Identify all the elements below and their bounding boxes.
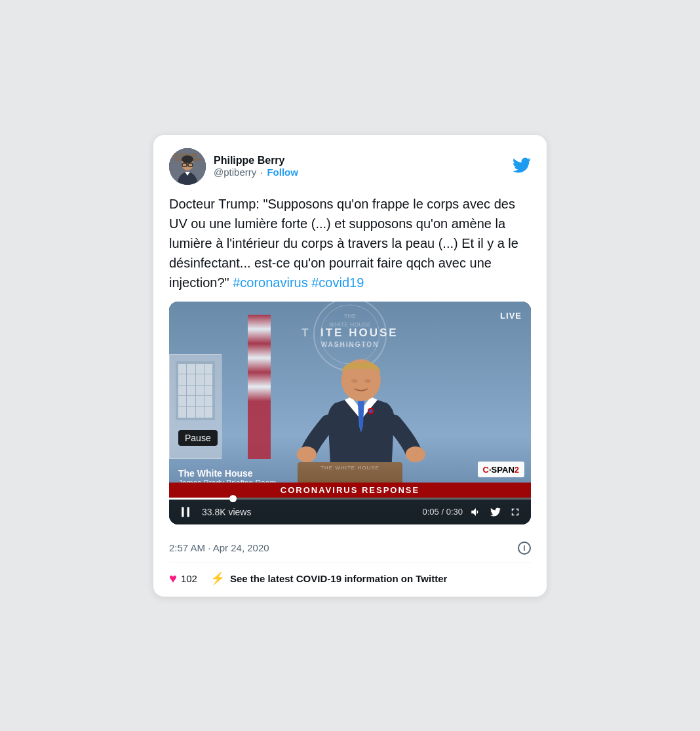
fullscreen-icon[interactable] [509,505,522,519]
hashtag-coronavirus[interactable]: #coronavirus [233,275,308,290]
date: Apr 24, 2020 [213,542,269,553]
lightning-icon: ⚡ [210,571,225,585]
flag-left [248,315,271,459]
twitter-logo-icon [513,156,531,177]
tweet-header-left: Philippe Berry @ptiberry · Follow [169,148,298,185]
tweet-card: Philippe Berry @ptiberry · Follow Docteu… [153,135,547,597]
current-time: 0:05 [423,507,439,517]
corona-banner: Coronavirus Response [169,483,531,498]
covid-info-section[interactable]: ⚡ See the latest COVID-19 information on… [210,571,447,585]
svg-rect-26 [187,507,189,517]
svg-point-24 [369,409,373,413]
twitter-share-icon[interactable] [489,505,502,519]
svg-point-20 [364,379,371,383]
total-time: 0:30 [446,507,463,517]
video-controls: Coronavirus Response 33.8 [169,483,531,524]
hashtag-covid19[interactable]: #covid19 [311,275,364,290]
controls-row: 33.8K views 0:05 / 0:30 [169,500,531,524]
covid-info-label: See the latest COVID-19 information on T… [230,573,447,584]
lower-third-title: The White House [178,468,276,479]
tweet-timestamp: 2:57 AM · Apr 24, 2020 i [169,534,531,563]
play-pause-button[interactable] [178,505,193,519]
svg-rect-7 [193,158,201,161]
ts-sep: · [208,542,210,553]
time: 2:57 AM [169,542,205,553]
progress-bar-fill [169,498,229,500]
tweet-footer: ♥ 102 ⚡ See the latest COVID-19 informat… [169,563,531,597]
username: @ptiberry [214,167,256,178]
progress-dot [229,495,237,502]
tweet-body: Docteur Trump: "Supposons qu'on frappe l… [169,194,531,292]
volume-icon[interactable] [469,505,482,519]
cspan-logo: C·SPAN2 [478,462,524,477]
svg-point-22 [406,446,425,462]
follow-button[interactable]: Follow [267,167,298,178]
user-info: Philippe Berry @ptiberry · Follow [214,155,298,178]
avatar[interactable] [169,148,206,185]
cspan-text: C·SPAN2 [483,465,519,475]
like-section: ♥ 102 [169,571,197,586]
progress-bar[interactable] [169,498,531,500]
video-frame: THE WHITE HOUSE WASHINGTON THITE HOUSE W… [169,302,531,524]
info-icon[interactable]: i [518,542,531,555]
svg-point-21 [297,446,317,462]
pause-label: Pause [178,430,218,446]
heart-icon[interactable]: ♥ [169,571,177,586]
dot-separator: · [260,167,263,178]
tweet-header: Philippe Berry @ptiberry · Follow [169,148,531,185]
views-count: 33.8K views [202,507,251,517]
podium: THE WHITE HOUSE [298,462,402,485]
svg-rect-5 [174,158,182,161]
svg-text:THE: THE [344,313,356,319]
timestamp-text: 2:57 AM · Apr 24, 2020 [169,542,269,553]
video-container[interactable]: THE WHITE HOUSE WASHINGTON THITE HOUSE W… [169,302,531,524]
video-time: 0:05 / 0:30 [423,507,463,517]
svg-point-9 [182,155,193,163]
building-windows [176,361,215,420]
svg-point-19 [351,379,358,383]
display-name: Philippe Berry [214,155,298,167]
live-badge: LIVE [500,311,522,321]
like-count: 102 [181,573,197,584]
username-follow: @ptiberry · Follow [214,167,298,178]
corona-banner-text: Coronavirus Response [281,485,419,495]
svg-rect-25 [182,507,184,517]
svg-rect-2 [170,153,178,157]
time-separator: / [441,507,446,517]
